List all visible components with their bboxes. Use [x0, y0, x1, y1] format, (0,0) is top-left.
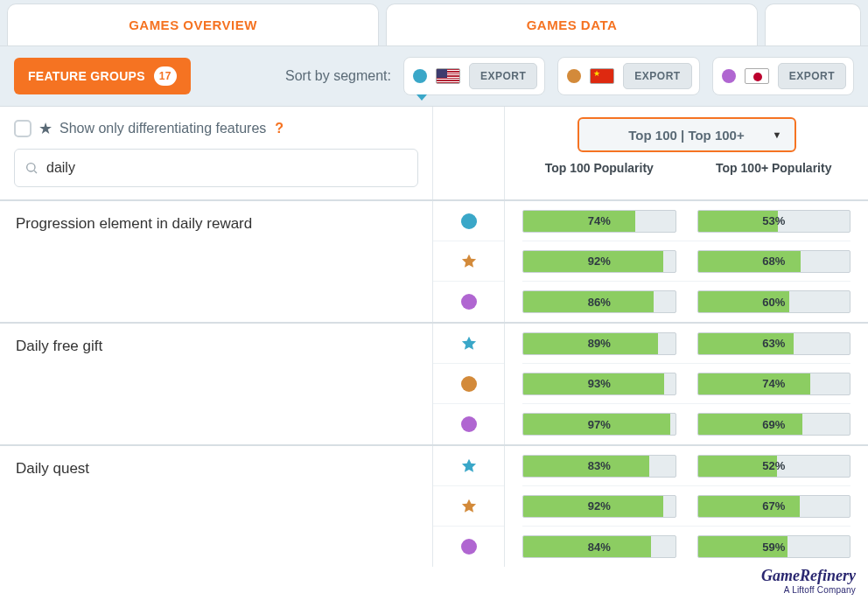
- footer: GameRefinery A Liftoff Company: [761, 567, 856, 595]
- popularity-bar: 63%: [697, 332, 851, 355]
- popularity-bar: 93%: [522, 373, 676, 395]
- popularity-bar: 60%: [697, 290, 851, 313]
- sort-by-segment-label: Sort by segment:: [285, 68, 391, 84]
- help-icon[interactable]: ?: [275, 121, 284, 136]
- segment-marker-icon: [461, 294, 477, 310]
- segment-marker-icon: [461, 213, 477, 229]
- popularity-value: 68%: [698, 251, 850, 272]
- brand-subtitle: A Liftoff Company: [761, 585, 856, 595]
- bars-row: 74%53%: [522, 201, 850, 241]
- bars-row: 86%60%: [522, 282, 850, 322]
- popularity-bar: 74%: [522, 210, 676, 233]
- popularity-value: 60%: [698, 291, 850, 312]
- popularity-value: 92%: [523, 251, 676, 272]
- differentiating-checkbox[interactable]: [14, 120, 32, 137]
- feature-row: Daily free gift89%63%93%74%97%69%: [0, 322, 868, 444]
- segment-card-jp[interactable]: EXPORT: [712, 57, 854, 95]
- segment-marker-star-icon: [460, 253, 478, 270]
- popularity-bar: 92%: [522, 495, 676, 518]
- popularity-bar: 83%: [522, 455, 676, 478]
- svg-point-0: [27, 164, 35, 171]
- star-icon: ★: [38, 119, 52, 138]
- segment-marker-cell: [433, 527, 504, 567]
- segment-dot-icon: [413, 69, 427, 83]
- toolbar: FEATURE GROUPS 17 Sort by segment: EXPOR…: [0, 45, 868, 106]
- popularity-value: 97%: [523, 414, 676, 435]
- feature-name: Progression element in daily reward: [0, 201, 433, 322]
- popularity-bar: 52%: [697, 455, 851, 478]
- popularity-value: 59%: [698, 536, 850, 557]
- scope-select[interactable]: Top 100 | Top 100+ ▼: [578, 117, 796, 152]
- popularity-value: 52%: [698, 456, 850, 477]
- search-input[interactable]: [14, 149, 418, 187]
- tab-games-data[interactable]: GAMES DATA: [386, 3, 758, 45]
- popularity-value: 86%: [523, 291, 676, 312]
- bars-column: 89%63%93%74%97%69%: [505, 324, 868, 444]
- segment-marker-cell: [433, 364, 504, 404]
- flag-cn-icon: [590, 68, 614, 84]
- scope-select-label: Top 100 | Top 100+: [628, 128, 744, 143]
- segment-marker-icon: [461, 416, 477, 432]
- feature-name: Daily quest: [0, 446, 433, 567]
- col-header-top100plus: Top 100+ Popularity: [697, 161, 851, 175]
- popularity-value: 53%: [698, 211, 850, 232]
- popularity-bar: 92%: [522, 250, 676, 273]
- popularity-value: 89%: [523, 333, 676, 354]
- feature-groups-button[interactable]: FEATURE GROUPS 17: [14, 58, 191, 94]
- segment-marker-cell: [433, 486, 504, 527]
- tabs: GAMES OVERVIEW GAMES DATA: [0, 0, 868, 45]
- segment-marker-icon: [461, 539, 477, 555]
- segment-dot-icon: [567, 69, 581, 83]
- bars-row: 93%74%: [522, 364, 850, 404]
- tab-games-overview[interactable]: GAMES OVERVIEW: [7, 3, 379, 45]
- popularity-value: 93%: [523, 373, 676, 394]
- export-button-us[interactable]: EXPORT: [469, 63, 537, 89]
- popularity-bar: 84%: [522, 535, 676, 558]
- popularity-bar: 89%: [522, 332, 676, 355]
- bars-row: 92%67%: [522, 486, 850, 527]
- bars-row: 92%68%: [522, 241, 850, 282]
- svg-line-1: [34, 171, 37, 173]
- bars-row: 89%63%: [522, 324, 850, 364]
- popularity-value: 83%: [523, 456, 676, 477]
- popularity-bar: 86%: [522, 290, 676, 313]
- popularity-bar: 74%: [697, 373, 851, 395]
- feature-row: Progression element in daily reward74%53…: [0, 199, 868, 322]
- popularity-bar: 53%: [697, 210, 851, 233]
- segment-marker-cell: [433, 241, 504, 282]
- search-wrap: [14, 149, 418, 187]
- feature-groups-count: 17: [154, 66, 177, 86]
- filter-row: ★ Show only differentiating features ? T…: [0, 106, 868, 199]
- export-button-cn[interactable]: EXPORT: [623, 63, 691, 89]
- popularity-value: 84%: [523, 536, 676, 557]
- segment-marker-star-icon: [460, 457, 478, 475]
- tab-ghost[interactable]: [765, 3, 861, 45]
- bars-column: 74%53%92%68%86%60%: [505, 201, 868, 322]
- differentiating-label: Show only differentiating features: [60, 121, 266, 136]
- segment-card-cn[interactable]: EXPORT: [557, 57, 699, 95]
- segment-marker-cell: [433, 201, 504, 241]
- popularity-bar: 59%: [697, 535, 851, 558]
- popularity-value: 74%: [523, 211, 676, 232]
- segment-card-us[interactable]: EXPORT: [403, 57, 545, 95]
- flag-jp-icon: [745, 68, 769, 84]
- popularity-value: 67%: [698, 496, 850, 517]
- popularity-value: 69%: [698, 414, 850, 435]
- segment-marker-star-icon: [460, 498, 478, 515]
- popularity-value: 92%: [523, 496, 676, 517]
- chevron-down-icon: ▼: [773, 129, 782, 140]
- feature-groups-label: FEATURE GROUPS: [28, 69, 145, 83]
- popularity-value: 63%: [698, 333, 850, 354]
- features-table: Progression element in daily reward74%53…: [0, 199, 868, 567]
- popularity-bar: 97%: [522, 413, 676, 436]
- export-button-jp[interactable]: EXPORT: [778, 63, 846, 89]
- differentiating-toggle-row: ★ Show only differentiating features ?: [14, 119, 418, 138]
- active-segment-caret-icon: [416, 94, 427, 101]
- segment-marker-column: [433, 201, 505, 322]
- bars-column: 83%52%92%67%84%59%: [505, 446, 868, 567]
- filter-mid: [433, 107, 505, 199]
- feature-name: Daily free gift: [0, 324, 433, 444]
- bars-row: 97%69%: [522, 404, 850, 444]
- brand-logo: GameRefinery: [761, 567, 856, 585]
- col-header-top100: Top 100 Popularity: [522, 161, 676, 175]
